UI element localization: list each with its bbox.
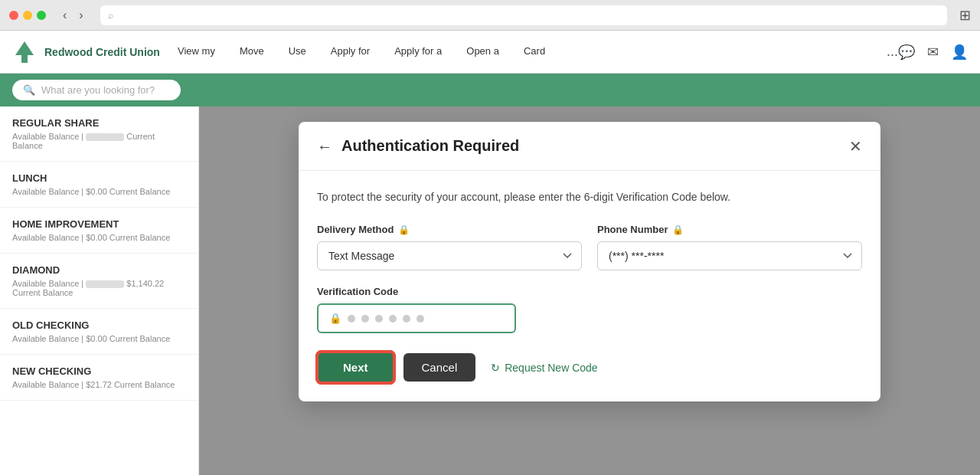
delivery-lock-icon: 🔒: [398, 224, 410, 235]
delivery-method-label: Delivery Method 🔒: [317, 224, 582, 235]
list-item[interactable]: OLD CHECKING Available Balance | $0.00 C…: [0, 309, 198, 355]
account-name: REGULAR SHARE: [12, 117, 186, 129]
modal-actions: Next Cancel ↻ Request New Code: [317, 352, 862, 383]
next-button[interactable]: Next: [317, 352, 394, 383]
browser-back-button[interactable]: ‹: [58, 7, 71, 24]
request-new-code-label: Request New Code: [505, 362, 597, 374]
authentication-modal: ← Authentication Required ✕ To protect t…: [299, 122, 880, 401]
browser-chrome: ‹ › ⌕ ⊞: [0, 0, 980, 31]
refresh-icon: ↻: [491, 362, 500, 374]
nav-icons: 💬 ✉ 👤: [898, 44, 968, 61]
account-balance: Available Balance | $1,140.22 Current Ba…: [12, 279, 186, 297]
account-name: OLD CHECKING: [12, 319, 186, 331]
account-name: NEW CHECKING: [12, 365, 186, 377]
top-nav: Redwood Credit Union View my Move Use Ap…: [0, 31, 980, 74]
nav-item-open[interactable]: Open a: [454, 31, 511, 74]
list-item[interactable]: REGULAR SHARE Available Balance | Curren…: [0, 106, 198, 162]
top-nav-items: View my Move Use Apply for Apply for a O…: [165, 31, 880, 74]
list-item[interactable]: HOME IMPROVEMENT Available Balance | $0.…: [0, 208, 198, 254]
account-name: LUNCH: [12, 172, 186, 184]
nav-item-applyfor[interactable]: Apply for: [318, 31, 382, 74]
request-new-code-button[interactable]: ↻ Request New Code: [491, 362, 597, 374]
search-bar-section: 🔍 What are you looking for?: [0, 74, 980, 106]
modal-header: ← Authentication Required ✕: [299, 122, 880, 171]
main-area: REGULAR SHARE Available Balance | Curren…: [0, 106, 980, 475]
nav-item-card[interactable]: Card: [511, 31, 557, 74]
address-search-icon: ⌕: [108, 10, 113, 21]
modal-description: To protect the security of your account,…: [317, 189, 862, 205]
account-balance: Available Balance | $0.00 Current Balanc…: [12, 334, 186, 343]
modal-close-button[interactable]: ✕: [849, 139, 862, 154]
delivery-phone-row: Delivery Method 🔒 Text Message Phone Num…: [317, 224, 862, 270]
phone-number-label: Phone Number 🔒: [597, 224, 862, 235]
modal-overlay: ← Authentication Required ✕ To protect t…: [199, 106, 980, 475]
svg-marker-0: [15, 41, 34, 63]
browser-extensions-icon: ⊞: [959, 7, 971, 24]
account-name: DIAMOND: [12, 264, 186, 276]
verification-code-input-wrapper[interactable]: 🔒: [317, 303, 516, 333]
account-balance: Available Balance | $0.00 Current Balanc…: [12, 187, 186, 196]
nav-item-move[interactable]: Move: [227, 31, 276, 74]
account-balance: Available Balance | Current Balance: [12, 132, 186, 150]
verification-code-label: Verification Code: [317, 286, 862, 297]
account-balance: Available Balance | $0.00 Current Balanc…: [12, 233, 186, 242]
browser-nav-buttons: ‹ ›: [58, 7, 88, 24]
app: Redwood Credit Union View my Move Use Ap…: [0, 31, 980, 475]
modal-back-button[interactable]: ←: [317, 139, 332, 154]
nav-item-viewmy[interactable]: View my: [165, 31, 227, 74]
nav-item-use[interactable]: Use: [276, 31, 318, 74]
phone-lock-icon: 🔒: [672, 224, 684, 235]
mail-icon-button[interactable]: ✉: [927, 44, 939, 61]
list-item[interactable]: NEW CHECKING Available Balance | $21.72 …: [0, 355, 198, 401]
close-traffic-light[interactable]: [9, 11, 18, 20]
verification-code-group: Verification Code 🔒: [317, 286, 862, 333]
list-item[interactable]: DIAMOND Available Balance | $1,140.22 Cu…: [0, 254, 198, 309]
logo-text: Redwood Credit Union: [44, 46, 160, 58]
traffic-lights: [9, 11, 46, 20]
search-bar[interactable]: 🔍 What are you looking for?: [12, 80, 181, 100]
minimize-traffic-light[interactable]: [23, 11, 32, 20]
nav-item-applyfor-a[interactable]: Apply for a: [382, 31, 454, 74]
phone-number-select[interactable]: (***) ***-****: [597, 241, 862, 270]
address-bar[interactable]: ⌕: [100, 5, 947, 25]
modal-title: Authentication Required: [341, 137, 840, 155]
phone-number-group: Phone Number 🔒 (***) ***-****: [597, 224, 862, 270]
sidebar: REGULAR SHARE Available Balance | Curren…: [0, 106, 199, 475]
logo-icon: [12, 40, 37, 64]
delivery-method-group: Delivery Method 🔒 Text Message: [317, 224, 582, 270]
cancel-button[interactable]: Cancel: [403, 353, 476, 382]
account-balance: Available Balance | $21.72 Current Balan…: [12, 380, 186, 389]
account-name: HOME IMPROVEMENT: [12, 218, 186, 230]
content-area: ← Authentication Required ✕ To protect t…: [199, 106, 980, 475]
fullscreen-traffic-light[interactable]: [37, 11, 46, 20]
nav-more-button[interactable]: ...: [887, 44, 898, 60]
search-placeholder: What are you looking for?: [41, 84, 155, 96]
list-item[interactable]: LUNCH Available Balance | $0.00 Current …: [0, 162, 198, 208]
delivery-method-select[interactable]: Text Message: [317, 241, 582, 270]
logo-area: Redwood Credit Union: [12, 40, 165, 64]
modal-body: To protect the security of your account,…: [299, 171, 880, 401]
chat-icon-button[interactable]: 💬: [898, 44, 915, 61]
user-icon-button[interactable]: 👤: [951, 44, 968, 61]
browser-forward-button[interactable]: ›: [74, 7, 87, 24]
search-icon: 🔍: [23, 84, 35, 96]
